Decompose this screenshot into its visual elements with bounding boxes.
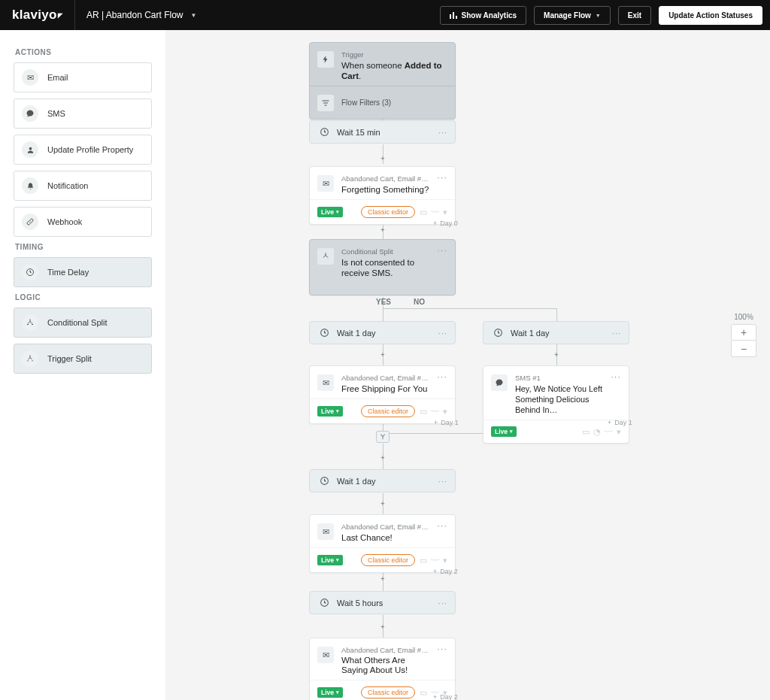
- add-step-button[interactable]: +: [553, 352, 560, 359]
- card-menu-button[interactable]: ···: [437, 374, 447, 394]
- show-analytics-button[interactable]: Show Analytics: [440, 6, 527, 25]
- sms-icon: [22, 105, 38, 122]
- email-card[interactable]: ✉ Abandoned Cart, Email #1 | Variation f…: [309, 166, 456, 225]
- filter-icon[interactable]: ▾: [443, 556, 447, 565]
- flow-title-dropdown[interactable]: AR | Abandon Cart Flow▼: [86, 10, 196, 20]
- lightning-icon: [317, 51, 334, 68]
- editor-badge[interactable]: Classic editor: [361, 206, 415, 218]
- sidebar: ACTIONS ✉ Email SMS Update Profile Prope…: [0, 30, 165, 700]
- card-menu-button[interactable]: ···: [612, 329, 621, 338]
- flow-filters-button[interactable]: Flow Filters (3): [310, 86, 455, 119]
- filter-icon[interactable]: ▾: [443, 208, 447, 217]
- wait-card[interactable]: Wait 5 hours ···: [309, 591, 456, 614]
- sidebar-timing-time-delay[interactable]: Time Delay: [14, 257, 152, 287]
- card-menu-button[interactable]: ···: [437, 247, 447, 278]
- trigger-title: When someone Added to Cart.: [341, 60, 447, 81]
- card-overline: Abandoned Cart, Email #1 | Variation fo…: [341, 174, 429, 183]
- analytics-icon[interactable]: 〰: [605, 427, 613, 437]
- add-step-button[interactable]: +: [379, 501, 387, 508]
- day-label: +Day 1: [434, 419, 459, 426]
- sidebar-logic-trigger-split[interactable]: Trigger Split: [14, 344, 152, 374]
- svg-rect-0: [450, 14, 451, 19]
- preview-icon[interactable]: ▭: [420, 208, 427, 217]
- clock-icon: [491, 328, 505, 338]
- card-title: Is not consented to receive SMS.: [341, 257, 429, 278]
- connector: [556, 308, 557, 321]
- zoom-out-button[interactable]: −: [731, 341, 756, 357]
- card-title: What Others Are Saying About Us!: [341, 656, 429, 675]
- card-menu-button[interactable]: ···: [438, 128, 447, 137]
- add-step-button[interactable]: +: [379, 455, 387, 462]
- status-badge-live[interactable]: Live: [317, 687, 343, 698]
- sms-card[interactable]: SMS #1 Hey, We Notice You Left Something…: [483, 365, 629, 444]
- card-overline: Conditional Split: [341, 247, 429, 256]
- clock-icon: [317, 328, 331, 338]
- email-card[interactable]: ✉ Abandoned Cart, Email #4 | Show Revie……: [309, 638, 456, 700]
- card-menu-button[interactable]: ···: [437, 523, 447, 543]
- sidebar-action-webhook[interactable]: Webhook: [14, 207, 152, 237]
- svg-rect-2: [456, 16, 457, 19]
- preview-icon[interactable]: ▭: [420, 688, 427, 698]
- sidebar-action-email[interactable]: ✉ Email: [14, 62, 152, 92]
- wait-card[interactable]: Wait 1 day ···: [309, 469, 456, 492]
- status-badge-live[interactable]: Live: [317, 555, 343, 565]
- sms-icon: [491, 374, 508, 391]
- email-icon: ✉: [317, 175, 334, 192]
- wait-card[interactable]: Wait 15 min ···: [309, 120, 456, 144]
- status-badge-live[interactable]: Live: [491, 426, 517, 437]
- flow-canvas[interactable]: + + + + + + + + + Trigger When someone A…: [165, 30, 770, 700]
- add-step-button[interactable]: +: [379, 156, 387, 163]
- card-menu-button[interactable]: ···: [438, 477, 447, 486]
- clock-icon: [317, 598, 331, 608]
- card-menu-button[interactable]: ···: [611, 374, 621, 415]
- preview-icon[interactable]: ▭: [582, 427, 590, 437]
- bell-icon: [22, 177, 38, 194]
- clock-small-icon[interactable]: ◔: [593, 427, 601, 437]
- card-menu-button[interactable]: ···: [438, 329, 447, 338]
- sidebar-action-notification[interactable]: Notification: [14, 171, 152, 201]
- filter-icon[interactable]: ▾: [443, 407, 447, 417]
- editor-badge[interactable]: Classic editor: [361, 554, 415, 566]
- svg-rect-5: [323, 101, 329, 102]
- day-label: +Day 2: [433, 693, 458, 700]
- zoom-in-button[interactable]: +: [731, 324, 756, 341]
- editor-badge[interactable]: Classic editor: [361, 686, 415, 698]
- filter-icon: [317, 95, 334, 111]
- add-step-button[interactable]: +: [379, 624, 387, 632]
- conditional-split-card[interactable]: Conditional Split Is not consented to re…: [309, 239, 456, 295]
- clock-icon: [317, 127, 331, 137]
- wait-card[interactable]: Wait 1 day ···: [483, 321, 629, 344]
- split-icon: [317, 248, 334, 265]
- add-step-button[interactable]: +: [379, 576, 387, 583]
- status-badge-live[interactable]: Live: [317, 406, 343, 417]
- sidebar-action-update-profile[interactable]: Update Profile Property: [14, 135, 152, 165]
- manage-flow-button[interactable]: Manage Flow▼: [534, 6, 611, 25]
- filter-icon[interactable]: ▾: [617, 427, 621, 437]
- zoom-level: 100%: [731, 313, 756, 321]
- card-title: Free Shipping For You: [341, 383, 429, 394]
- trigger-card[interactable]: Trigger When someone Added to Cart. Flow…: [309, 42, 456, 120]
- email-card[interactable]: ✉ Abandoned Cart, Email #3 | variation f…: [309, 514, 456, 573]
- sidebar-logic-conditional-split[interactable]: Conditional Split: [14, 308, 152, 338]
- status-badge-live[interactable]: Live: [317, 207, 343, 217]
- preview-icon[interactable]: ▭: [420, 407, 427, 417]
- email-card[interactable]: ✉ Abandoned Cart, Email #2 | variation f…: [309, 365, 456, 424]
- link-icon: [22, 214, 38, 230]
- merge-node: [376, 431, 390, 443]
- update-action-statuses-button[interactable]: Update Action Statuses: [659, 6, 762, 25]
- analytics-icon[interactable]: 〰: [431, 208, 439, 217]
- exit-button[interactable]: Exit: [618, 6, 651, 25]
- analytics-icon[interactable]: 〰: [431, 407, 439, 417]
- card-menu-button[interactable]: ···: [437, 646, 447, 675]
- card-menu-button[interactable]: ···: [438, 598, 447, 608]
- split-yes-label: YES: [376, 298, 391, 306]
- svg-point-3: [29, 147, 32, 150]
- add-step-button[interactable]: +: [379, 227, 387, 235]
- wait-card[interactable]: Wait 1 day ···: [309, 321, 456, 344]
- sidebar-action-sms[interactable]: SMS: [14, 98, 152, 129]
- card-menu-button[interactable]: ···: [437, 174, 447, 195]
- analytics-icon[interactable]: 〰: [431, 556, 439, 565]
- preview-icon[interactable]: ▭: [420, 556, 427, 565]
- editor-badge[interactable]: Classic editor: [361, 405, 415, 417]
- add-step-button[interactable]: +: [379, 352, 387, 359]
